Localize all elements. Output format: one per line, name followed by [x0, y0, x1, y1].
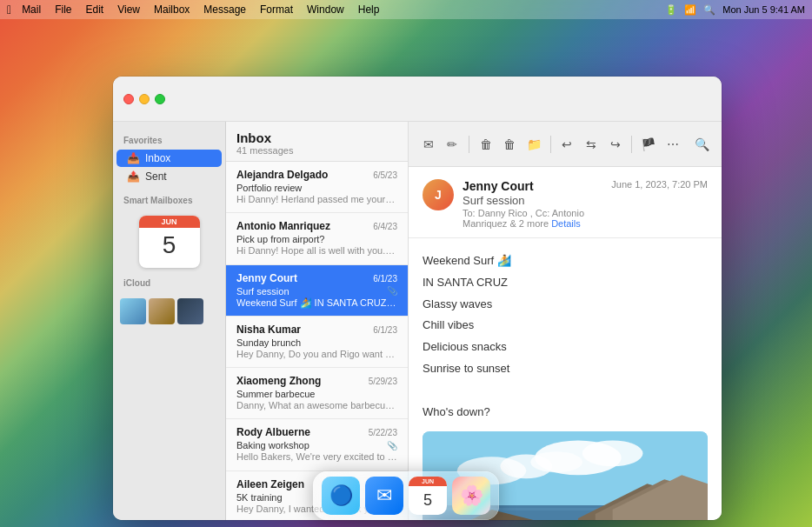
photo-thumb-3 — [177, 298, 203, 324]
email-header-info: Jenny Court Surf session To: Danny Rico … — [463, 179, 602, 229]
archive-button[interactable]: 🗑 — [476, 134, 496, 155]
email-recipients: To: Danny Rico , Cc: Antonio Manriquez &… — [463, 208, 602, 229]
compose-button[interactable]: ✉ — [419, 134, 438, 155]
msg-sender: Aileen Zeigen — [236, 478, 304, 490]
list-item[interactable]: Jenny Court 6/1/23 Surf session 📎 Weeken… — [226, 265, 408, 317]
dock-cal-header: JUN — [409, 477, 447, 486]
more-button[interactable]: ⋯ — [663, 134, 682, 155]
cc-label: , Cc: — [530, 208, 552, 218]
minimize-button[interactable] — [139, 94, 150, 104]
msg-subject: Summer barbecue — [236, 389, 397, 399]
photos-icon-glyph: 🌸 — [460, 484, 483, 507]
wifi-icon: 📶 — [684, 4, 696, 16]
search-button[interactable]: 🔍 — [692, 134, 711, 155]
dock-cal-number: 5 — [423, 486, 432, 515]
menu-format[interactable]: Format — [260, 3, 293, 16]
new-message-button[interactable]: ✏ — [443, 134, 463, 155]
body-line-8: Who's down? — [423, 404, 708, 422]
menu-window[interactable]: Window — [307, 3, 344, 16]
move-button[interactable]: 📁 — [524, 134, 543, 155]
msg-sender: Alejandra Delgado — [236, 169, 328, 181]
msg-date: 5/29/23 — [369, 377, 397, 386]
msg-preview: Hey Danny, Do you and Rigo want to come … — [236, 348, 397, 360]
details-link[interactable]: Details — [551, 218, 581, 229]
body-line-6: Sunrise to sunset — [423, 360, 708, 378]
msg-subject: Pick up from airport? — [236, 234, 397, 244]
msg-subject: Baking workshop — [236, 440, 309, 450]
email-header: J Jenny Court Surf session To: Danny Ric… — [409, 167, 722, 238]
mail-content: Favorites 📥 Inbox 📤 Sent Smart Mailboxes… — [113, 122, 722, 520]
list-item[interactable]: Xiaomeng Zhong 5/29/23 Summer barbecue D… — [226, 368, 408, 419]
sidebar-item-inbox[interactable]: 📥 Inbox — [116, 150, 222, 167]
apple-menu[interactable]:  — [7, 3, 11, 17]
msg-preview: Hello Bakers, We're very excited to have… — [236, 450, 397, 463]
inbox-icon: 📥 — [127, 152, 140, 164]
menu-edit[interactable]: Edit — [85, 3, 103, 16]
list-item[interactable]: Alejandra Delgado 6/5/23 Portfolio revie… — [226, 162, 408, 213]
message-list-title: Inbox — [236, 130, 397, 145]
sidebar-item-sent[interactable]: 📤 Sent — [116, 168, 222, 185]
msg-date: 5/22/23 — [369, 428, 397, 437]
detail-toolbar: ✉ ✏ 🗑 🗑 📁 ↩ ⇆ ↪ 🏴 ⋯ 🔍 — [409, 122, 722, 167]
avatar-initial: J — [435, 188, 442, 202]
msg-date: 6/4/23 — [373, 222, 397, 231]
msg-preview: Hi Danny! Herland passed me your contact… — [236, 193, 397, 205]
dock-icon-photos[interactable]: 🌸 — [452, 477, 490, 515]
msg-subject: Sunday brunch — [236, 337, 397, 348]
menu-file[interactable]: File — [55, 3, 71, 16]
trash-button[interactable]: 🗑 — [501, 134, 520, 155]
sent-icon: 📤 — [127, 170, 140, 183]
menu-mail[interactable]: Mail — [22, 3, 41, 16]
body-line-2: IN SANTA CRUZ — [423, 274, 708, 292]
message-list[interactable]: Inbox 41 messages Alejandra Delgado 6/5/… — [226, 122, 409, 520]
spotlight-icon[interactable]: 🔍 — [703, 4, 715, 16]
menu-bar:  Mail File Edit View Mailbox Message Fo… — [0, 0, 812, 19]
reply-button[interactable]: ↩ — [558, 134, 577, 155]
email-date: June 1, 2023, 7:20 PM — [611, 179, 708, 190]
calendar-day: 5 — [139, 228, 200, 262]
body-line-1: Weekend Surf 🏄 — [423, 252, 708, 270]
list-item[interactable]: Antonio Manriquez 6/4/23 Pick up from ai… — [226, 213, 408, 264]
menu-message[interactable]: Message — [203, 3, 246, 16]
photo-thumb-1 — [120, 298, 146, 324]
message-list-header: Inbox 41 messages — [226, 122, 408, 162]
reply-all-button[interactable]: ⇆ — [582, 134, 601, 155]
dock-icon-mail[interactable]: ✉ — [365, 477, 403, 515]
toolbar-divider-3 — [631, 136, 632, 153]
photos-thumbnails — [113, 295, 225, 328]
msg-sender: Nisha Kumar — [236, 324, 301, 336]
smart-mailboxes-label: Smart Mailboxes — [113, 192, 225, 209]
msg-preview: Weekend Surf 🏄 IN SANTA CRUZ Glassy wave… — [236, 297, 397, 309]
msg-subject: 5K training — [236, 492, 283, 503]
to-value: Danny Rico — [478, 208, 528, 218]
body-line-5: Delicious snacks — [423, 338, 708, 357]
to-label: To: — [463, 208, 478, 218]
forward-button[interactable]: ↪ — [606, 134, 625, 155]
window-toolbar — [113, 77, 722, 122]
msg-sender: Xiaomeng Zhong — [236, 375, 321, 387]
menu-mailbox[interactable]: Mailbox — [154, 3, 190, 16]
menu-help[interactable]: Help — [358, 3, 380, 16]
list-item[interactable]: Nisha Kumar 6/1/23 Sunday brunch Hey Dan… — [226, 317, 408, 368]
msg-date: 6/1/23 — [373, 274, 397, 284]
svg-point-2 — [582, 441, 643, 467]
photo-thumb-2 — [149, 298, 175, 324]
flag-button[interactable]: 🏴 — [639, 134, 658, 155]
close-button[interactable] — [123, 94, 134, 104]
message-count: 41 messages — [236, 145, 397, 156]
mail-window: Favorites 📥 Inbox 📤 Sent Smart Mailboxes… — [113, 77, 722, 520]
maximize-button[interactable] — [155, 94, 165, 104]
dock-icon-calendar[interactable]: JUN 5 — [409, 477, 447, 515]
sidebar-inbox-label: Inbox — [145, 152, 170, 164]
list-item[interactable]: Rody Albuerne 5/22/23 Baking workshop 📎 … — [226, 419, 408, 470]
more-recipients: & 2 more — [509, 218, 549, 229]
calendar-widget[interactable]: JUN 5 — [139, 216, 200, 268]
toolbar-divider — [469, 136, 469, 153]
dock-icon-finder[interactable]: 🔵 — [322, 477, 360, 515]
finder-icon-glyph: 🔵 — [329, 484, 353, 507]
sidebar: Favorites 📥 Inbox 📤 Sent Smart Mailboxes… — [113, 122, 226, 520]
sender-avatar: J — [423, 179, 454, 210]
toolbar-divider-2 — [550, 136, 551, 153]
menu-view[interactable]: View — [117, 3, 140, 16]
traffic-lights — [123, 94, 165, 104]
